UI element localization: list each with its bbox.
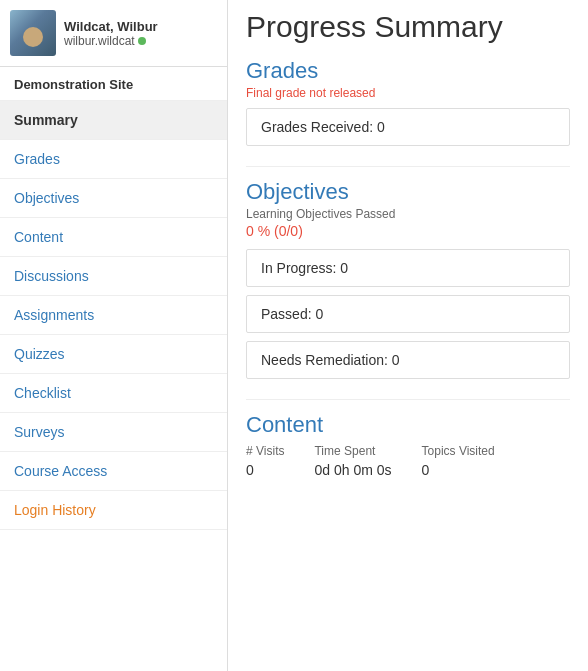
objectives-percent: 0 % (0/0) (246, 223, 570, 239)
topics-visited-label: Topics Visited (422, 444, 495, 458)
content-section-title: Content (246, 412, 570, 438)
grades-received-box: Grades Received: 0 (246, 108, 570, 146)
objectives-percent-value: 0 % (246, 223, 270, 239)
grades-subtitle: Final grade not released (246, 86, 570, 100)
topics-visited-stat: Topics Visited 0 (422, 444, 495, 478)
sidebar-item-discussions[interactable]: Discussions (0, 257, 227, 296)
sidebar-item-objectives[interactable]: Objectives (0, 179, 227, 218)
user-login-text: wilbur.wildcat (64, 34, 135, 48)
sidebar-item-course-access[interactable]: Course Access (0, 452, 227, 491)
visits-value: 0 (246, 462, 284, 478)
visits-stat: # Visits 0 (246, 444, 284, 478)
sidebar: Wildcat, Wilbur wilbur.wildcat Demonstra… (0, 0, 228, 671)
topics-visited-value: 0 (422, 462, 495, 478)
needs-remediation-box: Needs Remediation: 0 (246, 341, 570, 379)
content-section: Content # Visits 0 Time Spent 0d 0h 0m 0… (246, 412, 570, 478)
sidebar-item-grades[interactable]: Grades (0, 140, 227, 179)
grades-section: Grades Final grade not released Grades R… (246, 58, 570, 146)
time-spent-label: Time Spent (314, 444, 391, 458)
sidebar-item-quizzes[interactable]: Quizzes (0, 335, 227, 374)
content-stats: # Visits 0 Time Spent 0d 0h 0m 0s Topics… (246, 444, 570, 478)
page-title: Progress Summary (246, 10, 570, 44)
main-content: Progress Summary Grades Final grade not … (228, 0, 588, 671)
in-progress-box: In Progress: 0 (246, 249, 570, 287)
user-info: Wildcat, Wilbur wilbur.wildcat (64, 19, 158, 48)
objectives-fraction: (0/0) (274, 223, 303, 239)
objectives-section: Objectives Learning Objectives Passed 0 … (246, 179, 570, 379)
objectives-section-title: Objectives (246, 179, 570, 205)
sidebar-item-summary[interactable]: Summary (0, 101, 227, 140)
sidebar-item-assignments[interactable]: Assignments (0, 296, 227, 335)
sidebar-item-login-history[interactable]: Login History (0, 491, 227, 530)
time-spent-stat: Time Spent 0d 0h 0m 0s (314, 444, 391, 478)
visits-label: # Visits (246, 444, 284, 458)
sidebar-item-surveys[interactable]: Surveys (0, 413, 227, 452)
divider-2 (246, 399, 570, 400)
grades-section-title: Grades (246, 58, 570, 84)
divider-1 (246, 166, 570, 167)
sidebar-item-content[interactable]: Content (0, 218, 227, 257)
user-profile: Wildcat, Wilbur wilbur.wildcat (0, 0, 227, 67)
passed-box: Passed: 0 (246, 295, 570, 333)
sidebar-item-checklist[interactable]: Checklist (0, 374, 227, 413)
user-name: Wildcat, Wilbur (64, 19, 158, 34)
user-login: wilbur.wildcat (64, 34, 158, 48)
avatar (10, 10, 56, 56)
time-spent-value: 0d 0h 0m 0s (314, 462, 391, 478)
site-label: Demonstration Site (0, 67, 227, 101)
online-indicator (138, 37, 146, 45)
objectives-subtitle: Learning Objectives Passed (246, 207, 570, 221)
